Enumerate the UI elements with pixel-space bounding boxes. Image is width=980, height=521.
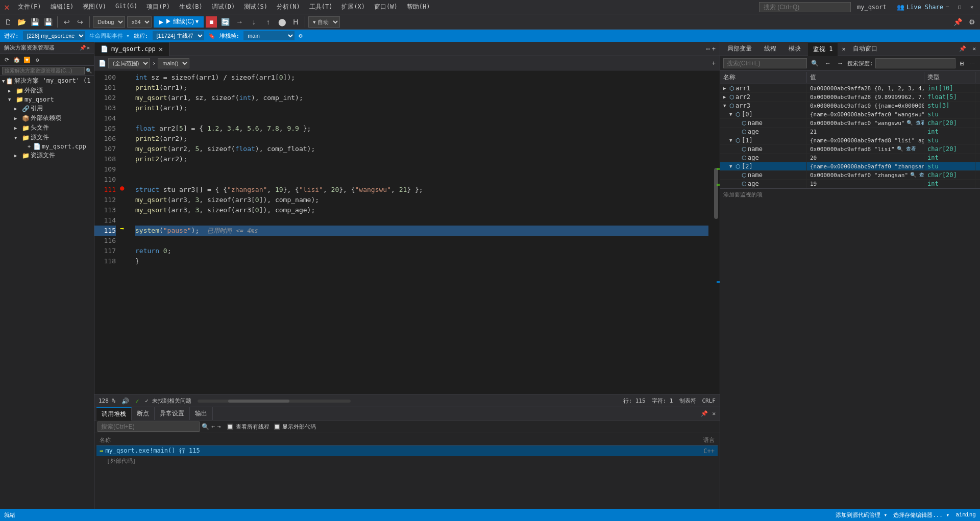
var-row-arr3-2-age[interactable]: ⬡ age 19 int	[720, 180, 980, 188]
bottom-tab-exceptions[interactable]: 异常设置	[155, 407, 190, 420]
redo-button[interactable]: ↪	[74, 16, 86, 28]
depth-input[interactable]: 3	[875, 58, 955, 68]
restart-button[interactable]: 🔄	[219, 16, 231, 28]
open-file-button[interactable]: 📂	[15, 16, 28, 28]
view-button[interactable]: 🔍 查看	[906, 119, 924, 127]
close-button[interactable]: ✕	[968, 3, 976, 11]
editor-more-icon[interactable]: ⋯	[706, 45, 710, 53]
right-pin-icon[interactable]: 📌	[957, 45, 968, 52]
status-add-source[interactable]: 添加到源代码管理 ▾	[836, 511, 887, 519]
platform-dropdown[interactable]: x64	[127, 16, 152, 28]
scroll-indicator[interactable]	[198, 400, 351, 403]
settings-icon[interactable]: ⚙	[299, 32, 302, 39]
watch-search-prev[interactable]: ←	[823, 59, 833, 68]
right-tab-threads[interactable]: 线程	[759, 42, 781, 56]
sidebar-item-headers[interactable]: ▶ 📁 头文件	[0, 123, 94, 133]
sidebar-settings-button[interactable]: ⚙	[33, 55, 42, 64]
menu-edit[interactable]: 编辑(E)	[46, 2, 78, 12]
step-out-button[interactable]: ↑	[262, 16, 274, 28]
add-watch-row[interactable]: 添加要监视的项	[720, 188, 980, 201]
arr1-expand-icon[interactable]: ▶	[723, 86, 729, 91]
watch-search-input[interactable]	[723, 58, 807, 68]
step-into-button[interactable]: ↓	[248, 16, 260, 28]
menu-analyze[interactable]: 分析(N)	[273, 2, 304, 12]
sidebar-item-cpp-file[interactable]: + 📄 my_qsort.cpp	[0, 142, 94, 151]
var-row-arr3-0[interactable]: ▼ ⬡ [0] {name=0x000000abc9affac0 "wangsw…	[720, 110, 980, 119]
menu-test[interactable]: 测试(S)	[240, 2, 272, 12]
right-tab-watch1[interactable]: 监视 1	[808, 42, 838, 56]
search-prev-icon[interactable]: ←	[211, 423, 215, 430]
global-search-input[interactable]	[759, 2, 851, 12]
menu-extensions[interactable]: 扩展(X)	[337, 2, 369, 12]
sound-icon[interactable]: 🔊	[121, 398, 129, 405]
minimize-button[interactable]: ─	[943, 3, 951, 11]
var-row-arr1[interactable]: ▶ ⬡ arr1 0x000000abc9affa28 {0, 1, 2, 3,…	[720, 84, 980, 93]
view-button2[interactable]: 🔍 查看	[897, 145, 916, 153]
stop-button[interactable]: ■	[206, 16, 217, 28]
hex-button[interactable]: H	[289, 16, 302, 28]
editor-new-tab-icon[interactable]: +	[712, 45, 716, 53]
editor-tab-my-qsort[interactable]: 📄 my_qsort.cpp ✕	[94, 42, 169, 56]
arr2-expand-icon[interactable]: ▶	[723, 94, 729, 100]
arr3-expand-icon[interactable]: ▼	[723, 103, 729, 108]
sidebar-item-resources[interactable]: ▶ 📁 资源文件	[0, 151, 94, 160]
arr3-0-expand-icon[interactable]: ▼	[729, 112, 736, 117]
var-row-arr3-2-name[interactable]: ⬡ name 0x000000abc9affaf0 "zhangsan" 🔍 查…	[720, 171, 980, 180]
var-row-arr3-1-age[interactable]: ⬡ age 20 int	[720, 154, 980, 162]
menu-help[interactable]: 帮助(H)	[403, 2, 434, 12]
sidebar-item-project[interactable]: ▼ 📁 my_qsort	[0, 95, 94, 104]
menu-view[interactable]: 视图(V)	[79, 2, 110, 12]
var-row-arr3-1[interactable]: ▼ ⬡ [1] {name=0x000000abc9affad8 "lisi" …	[720, 136, 980, 145]
right-close-icon[interactable]: ✕	[970, 45, 978, 52]
expand-icon[interactable]: +	[712, 60, 716, 67]
var-row-arr3-0-name[interactable]: ⬡ name 0x000000abc9affac0 "wangswu" 🔍 查看…	[720, 119, 980, 128]
view-button3[interactable]: 🔍 查看	[910, 171, 924, 179]
search-next-icon[interactable]: →	[217, 423, 220, 430]
menu-git[interactable]: Git(G)	[111, 2, 141, 12]
save-all-button[interactable]: 💾	[42, 16, 54, 28]
var-row-arr3[interactable]: ▼ ⬡ arr3 0x000000abc9affac0 {{name=0x000…	[720, 102, 980, 110]
stack-dropdown[interactable]: main	[243, 31, 295, 40]
settings-button[interactable]: ⚙	[966, 16, 978, 28]
var-row-arr2[interactable]: ▶ ⬡ arr2 0x000000abc9affa28 {9.89999962,…	[720, 93, 980, 102]
new-file-button[interactable]: 🗋	[2, 16, 14, 28]
tab-close-button[interactable]: ✕	[159, 45, 163, 53]
right-tab-locals[interactable]: 局部变量	[722, 42, 757, 56]
editor-scrollbar[interactable]	[713, 70, 720, 394]
scope-dropdown[interactable]: (全局范围)	[108, 58, 150, 68]
sidebar-close-icon[interactable]: ✕	[87, 45, 90, 51]
menu-tools[interactable]: 工具(T)	[305, 2, 337, 12]
zoom-level[interactable]: 128 %	[99, 398, 115, 404]
arr3-1-expand-icon[interactable]: ▼	[729, 138, 736, 143]
function-dropdown[interactable]: main()	[158, 58, 189, 68]
menu-build[interactable]: 生成(B)	[175, 2, 207, 12]
bottom-pin-icon[interactable]: 📌	[699, 410, 710, 417]
arr3-2-expand-icon[interactable]: ▼	[729, 164, 736, 169]
bottom-tab-breakpoints[interactable]: 断点	[132, 407, 155, 420]
code-editor[interactable]: int sz = sizeof(arr1) / sizeof(arr1[0]);…	[131, 70, 713, 394]
auto-dropdown[interactable]: ▾ 自动	[308, 16, 340, 28]
watch-search-next[interactable]: →	[835, 59, 845, 68]
watch-search-icon[interactable]: 🔍	[809, 59, 821, 68]
thread-dropdown[interactable]: [11724] 主线程	[153, 31, 204, 40]
debug-config-dropdown[interactable]: Debug	[93, 16, 125, 28]
view-all-threads-button[interactable]: 🔲 查看所有线程	[227, 423, 269, 431]
callstack-search-input[interactable]	[97, 421, 200, 432]
right-tab-auto[interactable]: 自动窗口	[848, 42, 883, 56]
callstack-row-main[interactable]: ➡ my_qsort.exe!main() 行 115 C++	[96, 445, 718, 456]
sidebar-filter-button[interactable]: 🔽	[22, 55, 32, 64]
sidebar-item-solution[interactable]: ▼ 📋 解决方案 'my_qsort' (1 个...	[0, 76, 94, 86]
bottom-tab-callstack[interactable]: 调用堆栈	[96, 407, 132, 420]
var-row-arr3-1-name[interactable]: ⬡ name 0x000000abc9affad8 "lisi" 🔍 查看 ch…	[720, 145, 980, 154]
continue-button[interactable]: ▶ ▶ 继续(C) ▾	[154, 16, 204, 28]
right-tab-modules[interactable]: 模块	[783, 42, 806, 56]
show-external-code-button[interactable]: 🔲 显示外部代码	[274, 423, 316, 431]
pin-button[interactable]: 📌	[951, 16, 964, 28]
sidebar-pin-icon[interactable]: 📌	[80, 45, 86, 51]
process-dropdown[interactable]: [228] my_qsort.exe	[23, 31, 85, 40]
expand-all-button[interactable]: ⊞	[958, 59, 966, 68]
sidebar-item-external-source[interactable]: ▶ 📁 外部源	[0, 86, 94, 95]
menu-debug[interactable]: 调试(D)	[208, 2, 239, 12]
sidebar-sync-button[interactable]: ⟳	[2, 55, 11, 64]
sidebar-item-external-deps[interactable]: ▶ 📦 外部依赖项	[0, 113, 94, 123]
